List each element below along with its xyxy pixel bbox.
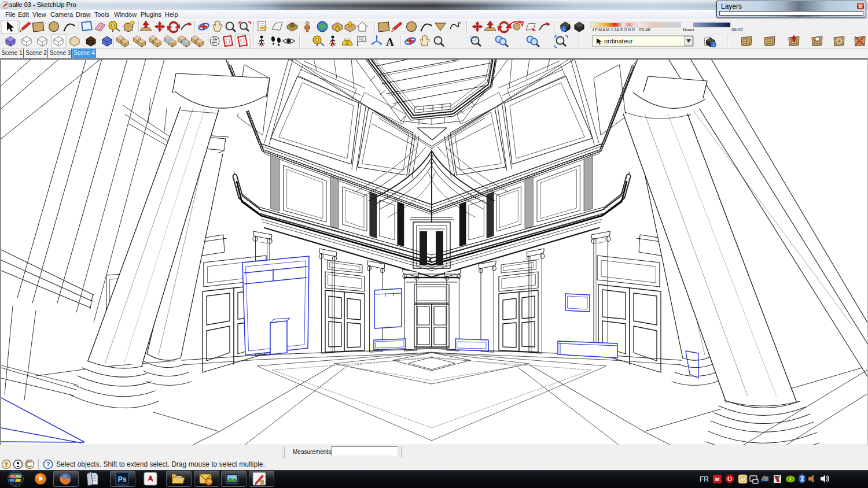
svg-text:05:48: 05:48 <box>639 27 651 32</box>
svg-text:ordinateur: ordinateur <box>604 38 633 45</box>
svg-text:J F M A M J J A S O N D: J F M A M J J A S O N D <box>592 28 635 32</box>
svg-text:Noon: Noon <box>683 27 694 32</box>
svg-text:FR: FR <box>700 475 709 483</box>
svg-text:?: ? <box>46 461 50 468</box>
svg-text:06:02: 06:02 <box>731 27 744 32</box>
svg-text:Ps: Ps <box>118 475 127 483</box>
svg-text:M: M <box>715 476 720 482</box>
